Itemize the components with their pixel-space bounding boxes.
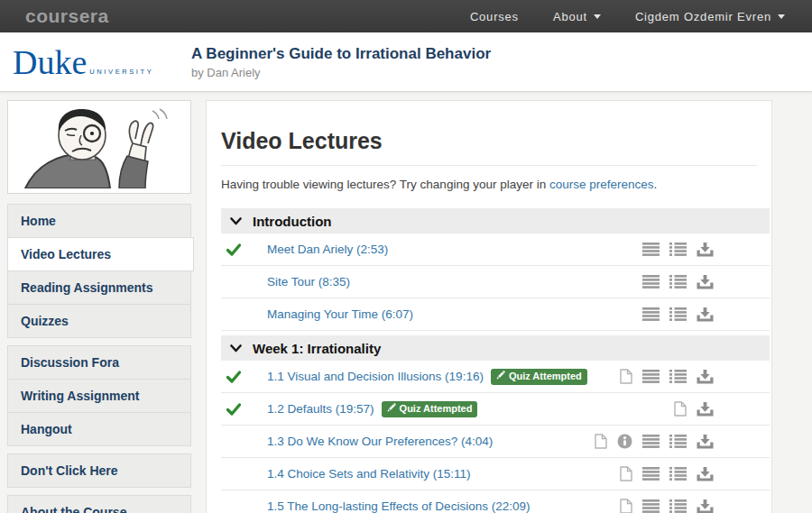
info-icon[interactable] [617,434,632,449]
duke-wordmark: Duke [13,45,87,79]
lecture-link[interactable]: Site Tour (8:35) [267,275,350,289]
row-icons [620,499,714,513]
lecture-row: 1.2 Defaults (19:57)Quiz Attempted [221,393,770,426]
section-title: Week 1: Irrationality [253,341,381,356]
completed-check-icon [226,403,241,416]
topbar: coursera Courses About Cigdem Ozdemir Ev… [0,0,812,32]
text-lines-icon[interactable] [642,370,660,383]
instructor-caricature [7,100,191,194]
section-header-week-1-irrationality[interactable]: Week 1: Irrationality [221,335,770,361]
sidebar-group: Discussion ForaWriting AssignmentHangout [7,345,191,446]
lecture-link[interactable]: Managing Your Time (6:07) [267,307,413,321]
sidebar-item-discussion-fora[interactable]: Discussion Fora [7,345,191,380]
quiz-attempted-label: Quiz Attempted [400,403,473,414]
lecture-link[interactable]: 1.3 Do We Know Our Preferences? (4:04) [267,435,493,448]
section-header-introduction[interactable]: Introduction [221,208,770,234]
row-icons [642,307,714,322]
text-lines-icon[interactable] [642,275,660,289]
document-icon[interactable] [620,466,632,481]
bullet-list-icon[interactable] [669,499,687,513]
lecture-row: 1.1 Visual and Decision Illusions (19:16… [221,361,770,393]
quiz-attempted-badge: Quiz Attempted [382,401,478,417]
chevron-down-icon [230,344,242,353]
text-lines-icon[interactable] [642,499,660,513]
row-icons [620,466,714,481]
sidebar-item-writing-assignment[interactable]: Writing Assignment [7,379,191,413]
bullet-list-icon[interactable] [669,467,687,481]
chevron-down-icon [230,217,242,225]
player-note: Having trouble viewing lectures? Try cha… [221,178,757,191]
download-icon[interactable] [697,307,714,322]
lecture-row: Meet Dan Ariely (2:53) [221,234,770,266]
divider [221,165,757,166]
download-icon[interactable] [697,370,714,384]
lecture-link[interactable]: Meet Dan Ariely (2:53) [267,243,388,256]
row-icons [642,275,714,289]
nav-about-label: About [553,10,587,23]
bullet-list-icon[interactable] [669,435,687,448]
duke-university-logo[interactable]: Duke UNIVERSITY [13,45,191,79]
row-icons [642,243,714,257]
nav-about[interactable]: About [553,10,601,23]
document-icon[interactable] [620,499,632,513]
page-body: HomeVideo LecturesReading AssignmentsQui… [0,92,812,513]
caret-down-icon [778,14,785,19]
completed-check-icon [226,371,241,383]
player-note-text: Having trouble viewing lectures? Try cha… [221,178,549,191]
text-lines-icon[interactable] [642,307,660,321]
download-icon[interactable] [697,243,714,257]
lecture-row: Managing Your Time (6:07) [221,298,770,331]
sidebar-item-hangout[interactable]: Hangout [7,412,191,446]
page-title: Video Lectures [221,128,757,154]
sidebar-group: About the Course [7,495,191,513]
topbar-nav: Courses About Cigdem Ozdemir Evren [470,10,785,23]
lecture-row: 1.5 The Long-lasting Effects of Decision… [221,490,770,513]
row-icons [595,434,714,449]
sidebar-group: Don't Click Here [7,453,191,488]
course-preferences-link[interactable]: course preferences [549,178,654,191]
bullet-list-icon[interactable] [669,370,687,383]
bullet-list-icon[interactable] [669,275,687,289]
lecture-row: 1.4 Choice Sets and Relativity (15:11) [221,458,770,490]
quiz-attempted-badge: Quiz Attempted [491,369,587,385]
row-icons [620,369,714,384]
lecture-row: 1.3 Do We Know Our Preferences? (4:04) [221,426,770,458]
lecture-link[interactable]: 1.1 Visual and Decision Illusions (19:16… [267,370,484,383]
text-lines-icon[interactable] [642,435,660,448]
lecture-link[interactable]: 1.4 Choice Sets and Relativity (15:11) [267,467,471,481]
download-icon[interactable] [697,467,714,481]
coursera-logo[interactable]: coursera [25,5,109,27]
course-title: A Beginner's Guide to Irrational Behavio… [191,45,491,63]
text-lines-icon[interactable] [642,243,660,256]
sidebar-item-don-t-click-here[interactable]: Don't Click Here [7,453,191,488]
sidebar-item-reading-assignments[interactable]: Reading Assignments [7,270,191,305]
download-icon[interactable] [697,499,714,513]
quiz-attempted-label: Quiz Attempted [509,371,582,381]
sidebar-item-quizzes[interactable]: Quizzes [7,304,191,338]
download-icon[interactable] [697,435,714,449]
text-lines-icon[interactable] [642,467,660,481]
document-icon[interactable] [674,401,687,417]
sidebar-item-about-the-course[interactable]: About the Course [7,495,191,513]
pencil-icon [496,371,505,381]
nav-courses[interactable]: Courses [470,10,519,23]
duke-university-label: UNIVERSITY [89,68,153,76]
download-icon[interactable] [697,275,714,289]
lecture-link[interactable]: 1.5 The Long-lasting Effects of Decision… [267,499,530,513]
lecture-section: Introduction Meet Dan Ariely (2:53) Site… [221,208,770,331]
completed-check-icon [226,243,241,256]
bullet-list-icon[interactable] [669,307,687,321]
document-icon[interactable] [620,369,632,384]
sidebar-item-video-lectures[interactable]: Video Lectures [7,237,194,271]
pencil-icon [387,403,396,414]
document-icon[interactable] [595,434,607,449]
row-icons [674,401,714,417]
download-icon[interactable] [697,402,714,417]
sidebar-item-home[interactable]: Home [7,204,191,238]
lecture-link[interactable]: 1.2 Defaults (19:57) [267,402,374,416]
nav-user-menu[interactable]: Cigdem Ozdemir Evren [635,10,785,23]
course-author: by Dan Ariely [191,66,491,79]
player-note-period: . [654,178,658,191]
bullet-list-icon[interactable] [669,243,687,256]
user-name-label: Cigdem Ozdemir Evren [635,10,771,23]
